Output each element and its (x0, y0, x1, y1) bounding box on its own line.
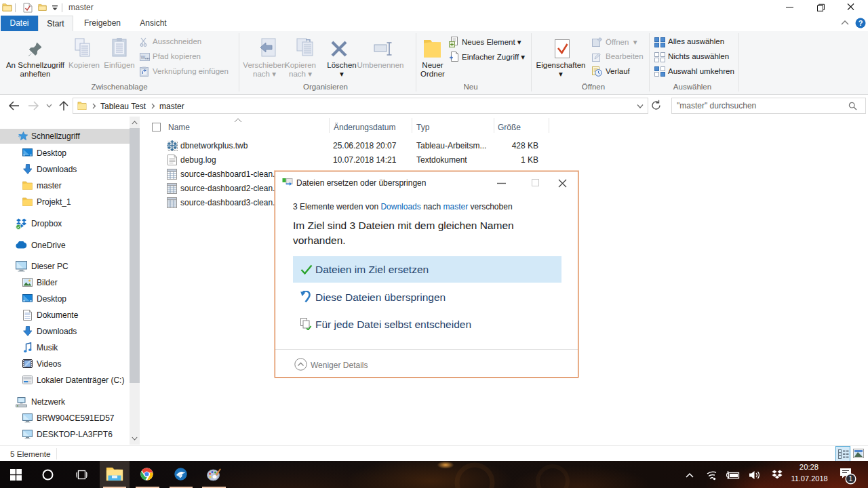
svg-text:?: ? (859, 19, 863, 27)
svg-text:1: 1 (849, 474, 853, 483)
svg-text:W: W (141, 55, 146, 60)
